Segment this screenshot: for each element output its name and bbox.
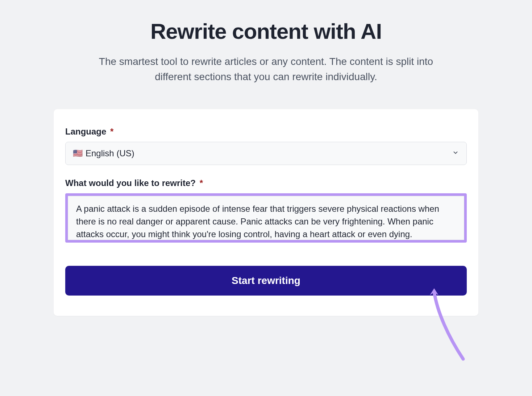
textarea-highlight-box (65, 193, 467, 243)
form-card: Language * 🇺🇸 English (US) What would yo… (54, 109, 478, 316)
start-rewriting-button[interactable]: Start rewriting (65, 266, 467, 296)
language-label: Language * (65, 127, 467, 137)
content-textarea[interactable] (68, 196, 464, 240)
content-label-text: What would you like to rewrite? (65, 178, 196, 188)
page-title: Rewrite content with AI (0, 19, 532, 44)
content-label: What would you like to rewrite? * (65, 178, 467, 188)
required-indicator: * (200, 178, 203, 188)
language-value: English (US) (86, 148, 134, 158)
language-label-text: Language (65, 127, 106, 136)
language-select-wrapper: 🇺🇸 English (US) (65, 142, 467, 165)
page-subtitle: The smartest tool to rewrite articles or… (85, 54, 447, 84)
us-flag-icon: 🇺🇸 (73, 149, 83, 158)
required-indicator: * (110, 127, 113, 136)
language-select[interactable]: 🇺🇸 English (US) (65, 142, 467, 165)
page-header: Rewrite content with AI The smartest too… (0, 19, 532, 84)
page-container: Rewrite content with AI The smartest too… (0, 0, 532, 316)
language-field-group: Language * 🇺🇸 English (US) (65, 127, 467, 165)
content-field-group: What would you like to rewrite? * (65, 178, 467, 243)
